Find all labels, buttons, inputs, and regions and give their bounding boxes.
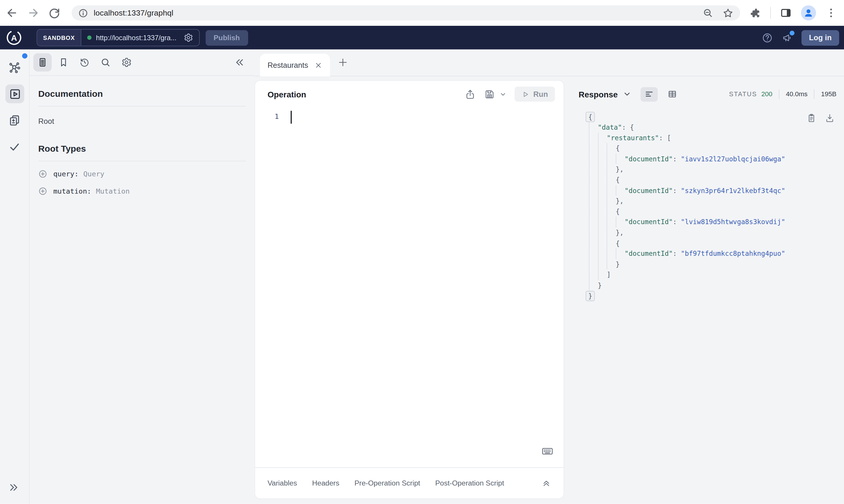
response-json[interactable]: {"data": {"restaurants": [{"documentId":… xyxy=(584,112,812,301)
response-panel: Response STATUS 200 40.0ms 195B xyxy=(564,81,844,504)
json-line: } xyxy=(584,259,812,270)
address-bar[interactable]: localhost:1337/graphql xyxy=(72,5,740,20)
doc-title: Documentation xyxy=(38,89,246,99)
json-line: "documentId": "lviw819d5htwvga8s3kovdij" xyxy=(584,217,812,227)
run-label: Run xyxy=(533,90,548,98)
back-icon[interactable] xyxy=(5,6,18,19)
sandbox-badge: SANDBOX xyxy=(37,30,81,46)
diff-docs-icon[interactable] xyxy=(8,114,21,127)
forward-icon[interactable] xyxy=(27,6,40,19)
doc-field-query[interactable]: query: Query xyxy=(38,169,246,178)
footer-tab-post-operation-script[interactable]: Post-Operation Script xyxy=(435,479,504,487)
notification-dot xyxy=(790,31,794,35)
extensions-icon[interactable] xyxy=(749,7,761,19)
keyboard-icon[interactable] xyxy=(541,445,554,458)
endpoint-url[interactable]: http://localhost:1337/gra... xyxy=(96,34,176,42)
json-line: "restaurants": [ xyxy=(584,132,812,143)
run-button[interactable]: Run xyxy=(515,87,555,102)
work-area: Restaurants Operation Run 1 xyxy=(255,50,844,504)
tab-restaurants[interactable]: Restaurants xyxy=(260,54,330,76)
expand-chevrons-right-icon[interactable] xyxy=(8,482,19,493)
apollo-header-actions: Log in xyxy=(762,30,844,46)
response-meta: STATUS 200 40.0ms 195B xyxy=(729,89,837,99)
left-rail xyxy=(0,50,30,504)
format-lines-toggle[interactable] xyxy=(640,87,657,101)
endpoint-gear-icon[interactable] xyxy=(184,33,193,42)
connection-status-dot xyxy=(87,36,92,40)
download-icon[interactable] xyxy=(825,113,835,123)
line-number: 1 xyxy=(271,112,279,120)
response-size: 195B xyxy=(821,90,837,98)
save-icon[interactable] xyxy=(484,89,495,100)
doc-toolbar xyxy=(30,50,255,76)
history-icon xyxy=(79,57,90,68)
announcements-button[interactable] xyxy=(781,32,793,43)
divider xyxy=(38,106,246,107)
side-panel-icon[interactable] xyxy=(780,7,792,19)
url-text[interactable]: localhost:1337/graphql xyxy=(94,8,173,17)
doc-field-mutation[interactable]: mutation: Mutation xyxy=(38,186,246,196)
close-icon[interactable] xyxy=(314,61,322,69)
reload-icon[interactable] xyxy=(48,6,61,19)
doc-tool-documentation[interactable] xyxy=(33,53,52,71)
json-line: }, xyxy=(584,196,812,206)
bookmark-star-icon[interactable] xyxy=(722,7,734,18)
publish-button[interactable]: Publish xyxy=(206,30,248,46)
footer-tab-pre-operation-script[interactable]: Pre-Operation Script xyxy=(355,479,420,487)
doc-section-title: Root Types xyxy=(38,143,246,154)
footer-tab-variables[interactable]: Variables xyxy=(268,479,297,487)
field-name[interactable]: query: xyxy=(53,170,79,178)
checklist-icon[interactable] xyxy=(8,140,21,153)
divider xyxy=(38,161,246,161)
footer-tab-headers[interactable]: Headers xyxy=(312,479,340,487)
query-editor[interactable] xyxy=(282,108,558,434)
doc-tool-search[interactable] xyxy=(96,53,115,71)
site-info-icon[interactable] xyxy=(78,8,88,18)
doc-tool-history[interactable] xyxy=(75,53,94,71)
svg-text:A: A xyxy=(11,33,17,42)
collapse-chevrons-left-icon[interactable] xyxy=(234,57,245,68)
doc-root-link[interactable]: Root xyxy=(38,117,246,125)
chevron-down-icon[interactable] xyxy=(623,90,631,98)
share-icon[interactable] xyxy=(464,89,476,100)
fold-handle[interactable]: { xyxy=(586,112,595,122)
response-duration: 40.0ms xyxy=(786,90,808,98)
menu-dots-icon[interactable] xyxy=(825,7,837,19)
response-title[interactable]: Response xyxy=(579,89,618,98)
operation-header: Operation Run xyxy=(255,81,564,108)
person-icon xyxy=(802,6,815,19)
json-line: "documentId": "iavv1s2l27uoblqcjai06wga" xyxy=(584,154,812,164)
tab-label[interactable]: Restaurants xyxy=(268,61,308,69)
settings-gear-icon xyxy=(121,57,132,68)
collapse-chevrons-up-icon[interactable] xyxy=(541,478,551,488)
format-lines-icon xyxy=(644,89,654,99)
circle-plus-icon[interactable] xyxy=(38,169,47,178)
login-button[interactable]: Log in xyxy=(802,30,839,46)
circle-plus-icon[interactable] xyxy=(38,186,47,196)
search-icon xyxy=(100,57,111,68)
help-icon[interactable] xyxy=(762,32,773,43)
fold-handle[interactable]: } xyxy=(586,291,595,301)
field-name[interactable]: mutation: xyxy=(53,187,91,195)
field-type[interactable]: Query xyxy=(83,170,105,178)
bookmark-icon xyxy=(58,57,69,68)
table-view-toggle[interactable] xyxy=(664,87,681,101)
documentation-panel: Documentation Root Root Types query: Que… xyxy=(30,50,255,504)
endpoint-field[interactable]: http://localhost:1337/gra... xyxy=(81,30,199,46)
json-line: { xyxy=(584,143,812,154)
doc-tool-bookmarks[interactable] xyxy=(54,53,72,71)
apollo-logo[interactable]: A xyxy=(6,30,22,46)
doc-tool-settings[interactable] xyxy=(118,53,136,71)
profile-avatar[interactable] xyxy=(801,5,816,20)
explorer-play-icon[interactable] xyxy=(8,88,21,101)
chevron-down-icon[interactable] xyxy=(500,91,506,98)
meta-divider xyxy=(779,89,779,99)
tab-bar: Restaurants xyxy=(255,50,844,76)
field-type[interactable]: Mutation xyxy=(96,187,130,195)
status-code: 200 xyxy=(761,90,772,98)
table-view-icon xyxy=(667,89,677,99)
apollo-header: A SANDBOX http://localhost:1337/gra... P… xyxy=(0,26,844,50)
new-tab-plus-icon[interactable] xyxy=(337,56,349,68)
zoom-out-icon[interactable] xyxy=(703,7,713,18)
graph-icon[interactable] xyxy=(8,61,21,74)
